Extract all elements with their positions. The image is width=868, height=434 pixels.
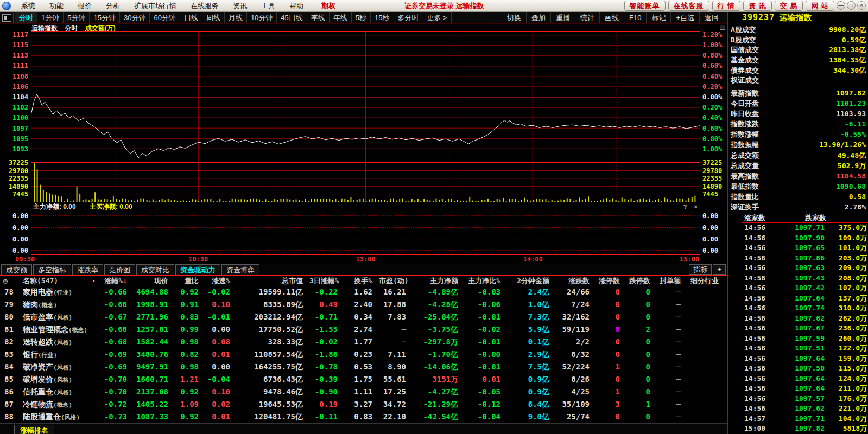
menu-item-系统[interactable]: 系统	[14, 0, 42, 12]
menu-item-帮助[interactable]: 帮助	[282, 0, 311, 12]
col-header-量比[interactable]: 量比	[175, 276, 205, 286]
tabbar-button-指标[interactable]: 指标	[689, 264, 712, 275]
tab-涨跌率[interactable]: 涨跌率	[72, 264, 103, 275]
table-row[interactable]: 82送转超跌(风格)-0.681582.440.980.08328.33亿-0.…	[0, 336, 727, 348]
action-画线[interactable]: 画线	[599, 12, 624, 23]
action-F10[interactable]: F10	[624, 12, 646, 23]
table-row[interactable]: 86信托重仓(风格)-0.702137.080.920.109478.46亿-0…	[0, 386, 727, 398]
table-row[interactable]: 80低市盈率(风格)-0.672771.960.83-0.01203212.94…	[0, 311, 727, 323]
tick-row: 14:561097.62221.0万	[742, 404, 868, 414]
col-header-主力净比%[interactable]: 主力净比%	[465, 276, 507, 286]
table-row[interactable]: 79猪肉(概念)-0.661998.910.910.108335.89亿0.49…	[0, 298, 727, 311]
bottom-tab-涨幅排名[interactable]: 涨幅排名	[14, 425, 54, 434]
quick-button-行情[interactable]: 行 情	[712, 1, 741, 11]
help-icon[interactable]: ?	[683, 203, 687, 210]
maximize-button[interactable]: □	[847, 1, 856, 10]
stat-row: 总成交量502.9万	[728, 161, 868, 171]
menu-item-分析[interactable]: 分析	[99, 0, 127, 12]
minimize-button[interactable]: —	[837, 1, 845, 10]
col-header-2分钟金额[interactable]: 2分钟金额	[507, 276, 556, 286]
quick-button-智能账单[interactable]: 智能账单	[624, 1, 666, 11]
quick-button-交易[interactable]: 交 易	[775, 1, 803, 11]
menu-item-在线服务[interactable]: 在线服务	[183, 0, 226, 12]
volume-pane[interactable]	[31, 163, 700, 202]
action-返回[interactable]: 返回	[699, 12, 724, 23]
col-header-总市值[interactable]: 总市值	[237, 276, 309, 286]
table-row[interactable]: 88陆股通重仓(风格)-0.731087.330.920.01120481.75…	[0, 411, 727, 423]
menu-item-报价[interactable]: 报价	[71, 0, 99, 12]
menu-item-highlight[interactable]: 期权	[314, 0, 343, 12]
col-header-市盈(动)[interactable]: 市盈(动)	[379, 276, 413, 286]
layout-toggle-icon[interactable]	[2, 14, 11, 22]
app-logo-icon[interactable]	[2, 2, 11, 10]
tab-竞价图[interactable]: 竞价图	[104, 264, 135, 275]
action-切换[interactable]: 切换	[502, 12, 526, 23]
table-row[interactable]: 87冷链物流(概念)-0.721405.221.090.0219645.53亿0…	[0, 398, 727, 411]
period-tab-季线[interactable]: 季线	[307, 12, 330, 23]
col-header-主力净额[interactable]: 主力净额	[413, 276, 465, 286]
telescope-icon[interactable]: ◎	[3, 277, 8, 285]
period-tab-多分时[interactable]: 多分时	[394, 12, 423, 23]
action-叠加[interactable]: 叠加	[526, 12, 550, 23]
col-header-现价[interactable]: 现价	[134, 276, 175, 286]
table-row[interactable]: 83银行(行业)-0.693480.760.820.01110857.54亿-1…	[0, 348, 727, 361]
action-+自选[interactable]: +自选	[670, 12, 699, 23]
close-button[interactable]: ×	[857, 1, 866, 10]
quick-button-网站[interactable]: 网 站	[806, 1, 834, 11]
tab-成交额[interactable]: 成交额	[1, 264, 32, 275]
period-tab-45日线[interactable]: 45日线	[277, 12, 307, 23]
tick-row: 14:561097.71375.0万	[742, 223, 868, 233]
menu-item-扩展市场行情[interactable]: 扩展市场行情	[127, 0, 183, 12]
price-pane[interactable]	[31, 31, 700, 163]
table-row[interactable]: 85破增发价(风格)-0.701660.711.21-0.046736.43亿-…	[0, 373, 727, 386]
tab-资金博弈[interactable]: 资金博弈	[221, 264, 259, 275]
period-tab-30分钟[interactable]: 30分钟	[120, 12, 150, 23]
col-header-涨幅%[interactable]: 涨幅%↓	[100, 276, 134, 286]
tick-volume: 236.0万	[825, 323, 868, 334]
tab-成交对比[interactable]: 成交对比	[136, 264, 174, 275]
col-header-涨速%[interactable]: 涨速%	[205, 276, 237, 286]
col-header-3日涨幅%[interactable]: 3日涨幅%	[309, 276, 344, 286]
cell: 32/162	[556, 311, 596, 323]
tab-资金驱动力[interactable]: 资金驱动力	[175, 264, 220, 275]
period-tab-15分钟[interactable]: 15分钟	[90, 12, 119, 23]
col-header-细分行业[interactable]: 细分行业	[687, 276, 725, 286]
quick-button-资讯[interactable]: 资 讯	[743, 1, 772, 11]
period-tab-60分钟[interactable]: 60分钟	[150, 12, 180, 23]
period-tab-月线[interactable]: 月线	[225, 12, 247, 23]
table-row[interactable]: 84破净资产(风格)-0.699497.910.980.00164255.75亿…	[0, 361, 727, 373]
menu-item-工具[interactable]: 工具	[254, 0, 282, 12]
trading-terminal: 系统功能报价分析扩展市场行情在线服务资讯工具帮助期权 证券交易未登录 运输指数 …	[0, 0, 868, 434]
period-tab-更多 >[interactable]: 更多 >	[423, 12, 452, 23]
menu-item-功能[interactable]: 功能	[42, 0, 71, 12]
col-header-跌停数[interactable]: 跌停数	[626, 276, 657, 286]
period-tab-15秒[interactable]: 15秒	[371, 12, 394, 23]
col-header-封单额[interactable]: 封单额	[657, 276, 687, 286]
col-header-涨跌数[interactable]: 涨跌数	[556, 276, 596, 286]
period-tab-5分钟[interactable]: 5分钟	[64, 12, 90, 23]
period-tab-10分钟[interactable]: 10分钟	[247, 12, 277, 23]
table-row[interactable]: 78家用电器(行业)-0.664694.880.92-0.0219599.11亿…	[0, 286, 727, 298]
col-header-名称(547)[interactable]: 名称(547) ·	[20, 276, 100, 286]
tabbar-button-+[interactable]: +	[713, 264, 726, 275]
action-标记[interactable]: 标记	[646, 12, 670, 23]
tick-header[interactable]: 涨家数 跌家数	[742, 213, 868, 223]
tick-price: 1097.71	[774, 414, 825, 424]
col-header-换手%[interactable]: 换手%	[344, 276, 379, 286]
period-tab-周线[interactable]: 周线	[202, 12, 225, 23]
chart-popout-icon[interactable]	[720, 25, 725, 30]
period-tab-日线[interactable]: 日线	[180, 12, 202, 23]
menu-item-资讯[interactable]: 资讯	[226, 0, 254, 12]
action-统计[interactable]: 统计	[575, 12, 599, 23]
period-tab-5秒[interactable]: 5秒	[352, 12, 371, 23]
period-tab-年线[interactable]: 年线	[330, 12, 352, 23]
table-row[interactable]: 81物业管理概念(概念)-0.681257.810.990.0017750.52…	[0, 323, 727, 336]
close-subpane-icon[interactable]: ×	[694, 203, 698, 210]
action-重播[interactable]: 重播	[550, 12, 575, 23]
period-tab-分时[interactable]: 分时	[15, 12, 37, 23]
col-header-涨停数[interactable]: 涨停数	[596, 276, 626, 286]
fund-flow-pane[interactable]	[31, 212, 700, 255]
period-tab-1分钟[interactable]: 1分钟	[37, 12, 64, 23]
quick-button-在线客服[interactable]: 在线客服	[668, 1, 709, 11]
tab-多空指标[interactable]: 多空指标	[33, 264, 71, 275]
